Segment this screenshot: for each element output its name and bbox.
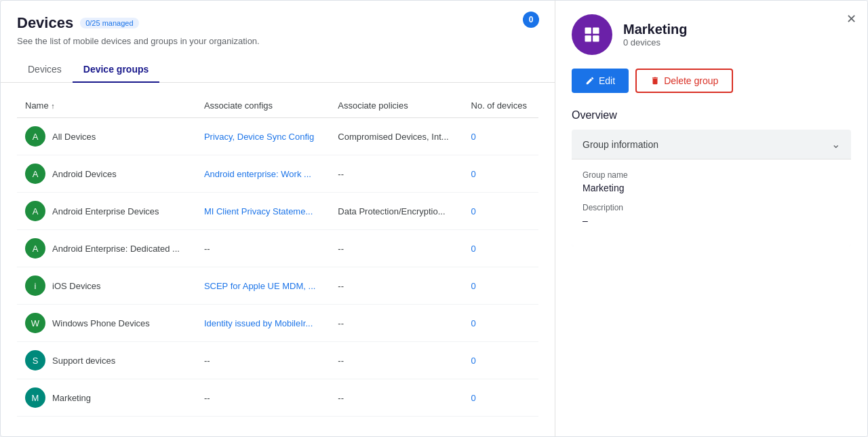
page-title: Devices: [17, 14, 73, 32]
policies-value: --: [338, 393, 344, 403]
row-name: Support devices: [52, 356, 115, 366]
cell-policies: --: [330, 155, 462, 193]
col-name[interactable]: Name: [17, 94, 196, 118]
cell-devices: 0: [463, 193, 538, 230]
table-row[interactable]: A Android Devices Android enterprise: Wo…: [17, 155, 538, 193]
policies-value: --: [338, 356, 344, 366]
cell-configs: --: [196, 230, 330, 267]
cell-devices: 0: [463, 305, 538, 342]
cell-policies: --: [330, 379, 462, 417]
cell-configs: MI Client Privacy Stateme...: [196, 193, 330, 230]
field-value-groupname: Marketing: [583, 183, 840, 193]
col-policies: Associate policies: [330, 94, 462, 118]
side-panel: ✕ Marketing 0 devices Edit: [555, 1, 867, 436]
col-devices: No. of devices: [463, 94, 538, 118]
delete-icon: [650, 76, 660, 86]
cell-policies: Compromised Devices, Int...: [330, 118, 462, 155]
policies-value: --: [338, 169, 344, 179]
cell-name: A Android Enterprise Devices: [17, 193, 196, 230]
cell-policies: --: [330, 267, 462, 305]
cell-devices: 0: [463, 118, 538, 155]
devices-count[interactable]: 0: [471, 206, 476, 216]
configs-value: Privacy, Device Sync Config: [204, 132, 314, 142]
table-row[interactable]: A Android Enterprise Devices MI Client P…: [17, 193, 538, 230]
chevron-down-icon: ⌄: [831, 138, 840, 151]
devices-count[interactable]: 0: [471, 169, 476, 179]
row-icon: M: [25, 387, 45, 408]
tab-device-groups[interactable]: Device groups: [73, 57, 159, 83]
cell-configs: SCEP for Apple UE MDM, ...: [196, 267, 330, 305]
group-header: Marketing 0 devices: [572, 14, 851, 55]
row-name: iOS Devices: [52, 281, 101, 291]
cell-name: A All Devices: [17, 118, 196, 155]
policies-value: Data Protection/Encryptio...: [338, 206, 445, 216]
row-icon: i: [25, 276, 45, 296]
cell-name: W Windows Phone Devices: [17, 305, 196, 342]
field-value-description: –: [583, 215, 840, 226]
cell-configs: --: [196, 342, 330, 379]
devices-count[interactable]: 0: [471, 281, 476, 291]
cell-policies: Data Protection/Encryptio...: [330, 193, 462, 230]
cell-name: i iOS Devices: [17, 267, 196, 305]
edit-icon: [585, 76, 595, 86]
page-header: Devices 0/25 managed: [17, 14, 538, 32]
table-row[interactable]: M Marketing -- -- 0: [17, 379, 538, 417]
row-name: Android Devices: [52, 169, 117, 179]
delete-group-button[interactable]: Delete group: [635, 69, 733, 93]
svg-rect-0: [585, 28, 591, 34]
configs-value: Identity issued by MobileIr...: [204, 318, 313, 328]
row-icon: A: [25, 164, 45, 184]
svg-rect-2: [585, 35, 591, 41]
row-name: Android Enterprise: Dedicated ...: [52, 244, 180, 254]
cell-policies: --: [330, 342, 462, 379]
table-row[interactable]: W Windows Phone Devices Identity issued …: [17, 305, 538, 342]
table-row[interactable]: i iOS Devices SCEP for Apple UE MDM, ...…: [17, 267, 538, 305]
devices-count[interactable]: 0: [471, 393, 476, 403]
policies-value: --: [338, 281, 344, 291]
table-row[interactable]: A Android Enterprise: Dedicated ... -- -…: [17, 230, 538, 267]
cell-name: A Android Enterprise: Dedicated ...: [17, 230, 196, 267]
cell-name: A Android Devices: [17, 155, 196, 193]
row-name: Android Enterprise Devices: [52, 206, 159, 216]
row-icon: A: [25, 126, 45, 147]
devices-count[interactable]: 0: [471, 318, 476, 328]
notification-dot[interactable]: 0: [523, 12, 539, 28]
table-row[interactable]: A All Devices Privacy, Device Sync Confi…: [17, 118, 538, 155]
main-panel: Devices 0/25 managed See the list of mob…: [1, 1, 555, 436]
table-area: Name Associate configs Associate policie…: [1, 94, 555, 436]
svg-rect-3: [593, 35, 599, 41]
configs-value: --: [204, 244, 210, 254]
row-name: Marketing: [52, 393, 91, 403]
cell-devices: 0: [463, 230, 538, 267]
configs-value: Android enterprise: Work ...: [204, 169, 311, 179]
group-device-count: 0 devices: [623, 37, 687, 48]
cell-configs: --: [196, 379, 330, 417]
col-configs: Associate configs: [196, 94, 330, 118]
policies-value: --: [338, 244, 344, 254]
configs-value: SCEP for Apple UE MDM, ...: [204, 281, 315, 291]
accordion-label: Group information: [583, 139, 658, 150]
configs-value: MI Client Privacy Stateme...: [204, 206, 313, 216]
cell-devices: 0: [463, 342, 538, 379]
row-icon: S: [25, 350, 45, 370]
devices-count[interactable]: 0: [471, 132, 476, 142]
cell-configs: Identity issued by MobileIr...: [196, 305, 330, 342]
configs-value: --: [204, 356, 210, 366]
cell-policies: --: [330, 230, 462, 267]
accordion-header[interactable]: Group information ⌄: [572, 130, 851, 159]
devices-count[interactable]: 0: [471, 356, 476, 366]
group-icon: [583, 25, 601, 44]
table-row[interactable]: S Support devices -- -- 0: [17, 342, 538, 379]
devices-count[interactable]: 0: [471, 244, 476, 254]
edit-button[interactable]: Edit: [572, 69, 629, 93]
tab-devices[interactable]: Devices: [17, 57, 73, 83]
group-title: Marketing: [623, 22, 687, 37]
close-button[interactable]: ✕: [846, 12, 856, 26]
page-subtitle: See the list of mobile devices and group…: [17, 36, 538, 46]
row-icon: A: [25, 201, 45, 221]
overview-title: Overview: [572, 109, 851, 121]
group-avatar: [572, 14, 612, 55]
accordion-content: Group name Marketing Description –: [572, 159, 851, 246]
policies-value: --: [338, 318, 344, 328]
cell-name: M Marketing: [17, 379, 196, 417]
